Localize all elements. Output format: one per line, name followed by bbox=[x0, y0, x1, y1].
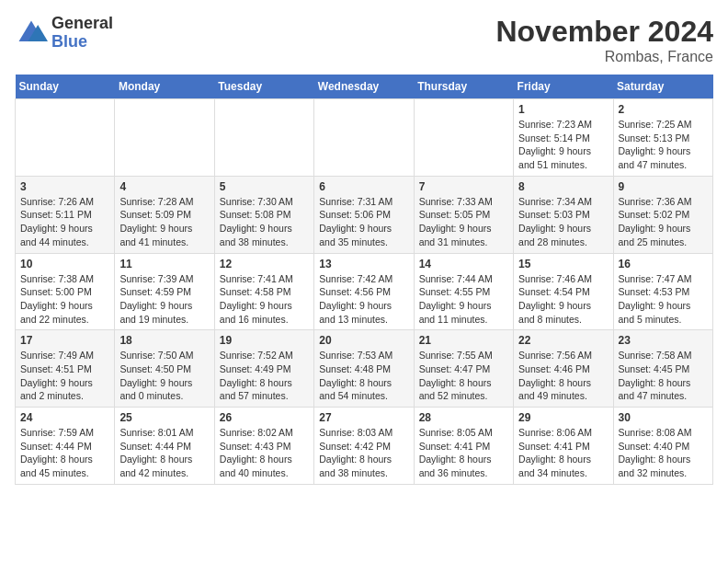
day-info: Sunrise: 7:55 AM Sunset: 4:47 PM Dayligh… bbox=[419, 349, 508, 403]
day-info: Sunrise: 8:05 AM Sunset: 4:41 PM Dayligh… bbox=[419, 426, 508, 480]
day-number: 6 bbox=[319, 180, 408, 193]
calendar-header-monday: Monday bbox=[115, 75, 214, 99]
day-number: 13 bbox=[319, 258, 408, 270]
page-title: November 2024 bbox=[495, 15, 713, 49]
calendar-cell: 25Sunrise: 8:01 AM Sunset: 4:44 PM Dayli… bbox=[115, 408, 214, 485]
calendar-cell: 17Sunrise: 7:49 AM Sunset: 4:51 PM Dayli… bbox=[16, 330, 115, 408]
calendar-cell: 20Sunrise: 7:53 AM Sunset: 4:48 PM Dayli… bbox=[314, 330, 414, 408]
day-number: 24 bbox=[20, 411, 109, 424]
day-number: 10 bbox=[20, 258, 109, 270]
calendar-header-friday: Friday bbox=[514, 75, 613, 99]
day-number: 14 bbox=[419, 258, 508, 270]
day-info: Sunrise: 7:46 AM Sunset: 4:54 PM Dayligh… bbox=[518, 272, 608, 327]
calendar-cell: 15Sunrise: 7:46 AM Sunset: 4:54 PM Dayli… bbox=[514, 253, 613, 330]
calendar-cell: 14Sunrise: 7:44 AM Sunset: 4:55 PM Dayli… bbox=[414, 253, 513, 330]
logo-blue: Blue bbox=[51, 33, 113, 52]
day-number: 20 bbox=[319, 334, 408, 347]
calendar-cell: 21Sunrise: 7:55 AM Sunset: 4:47 PM Dayli… bbox=[414, 330, 513, 408]
day-info: Sunrise: 7:41 AM Sunset: 4:58 PM Dayligh… bbox=[220, 272, 309, 327]
day-number: 26 bbox=[220, 411, 309, 424]
day-info: Sunrise: 7:33 AM Sunset: 5:05 PM Dayligh… bbox=[419, 195, 508, 249]
day-info: Sunrise: 7:34 AM Sunset: 5:03 PM Dayligh… bbox=[518, 195, 608, 249]
calendar-header-tuesday: Tuesday bbox=[214, 75, 313, 99]
day-number: 8 bbox=[518, 180, 608, 193]
day-number: 30 bbox=[619, 411, 708, 424]
day-number: 15 bbox=[518, 258, 608, 270]
day-info: Sunrise: 7:47 AM Sunset: 4:53 PM Dayligh… bbox=[619, 272, 708, 327]
calendar-cell: 30Sunrise: 8:08 AM Sunset: 4:40 PM Dayli… bbox=[613, 408, 712, 485]
day-number: 2 bbox=[619, 103, 708, 116]
day-info: Sunrise: 7:59 AM Sunset: 4:44 PM Dayligh… bbox=[20, 426, 109, 480]
day-info: Sunrise: 7:44 AM Sunset: 4:55 PM Dayligh… bbox=[419, 272, 508, 327]
day-info: Sunrise: 7:30 AM Sunset: 5:08 PM Dayligh… bbox=[220, 195, 309, 249]
calendar-header-row: SundayMondayTuesdayWednesdayThursdayFrid… bbox=[16, 75, 713, 99]
day-info: Sunrise: 7:50 AM Sunset: 4:50 PM Dayligh… bbox=[119, 349, 209, 403]
calendar-week-row: 24Sunrise: 7:59 AM Sunset: 4:44 PM Dayli… bbox=[16, 408, 713, 485]
calendar-cell: 11Sunrise: 7:39 AM Sunset: 4:59 PM Dayli… bbox=[115, 253, 214, 330]
day-number: 22 bbox=[518, 334, 608, 347]
title-block: November 2024 Rombas, France bbox=[495, 15, 713, 65]
calendar-cell: 1Sunrise: 7:23 AM Sunset: 5:14 PM Daylig… bbox=[514, 99, 613, 177]
day-number: 1 bbox=[518, 103, 608, 116]
calendar-week-row: 10Sunrise: 7:38 AM Sunset: 5:00 PM Dayli… bbox=[16, 253, 713, 330]
day-info: Sunrise: 7:38 AM Sunset: 5:00 PM Dayligh… bbox=[20, 272, 109, 327]
day-number: 4 bbox=[119, 180, 209, 193]
day-number: 23 bbox=[619, 334, 708, 347]
calendar-cell: 6Sunrise: 7:31 AM Sunset: 5:06 PM Daylig… bbox=[314, 176, 414, 253]
day-info: Sunrise: 7:56 AM Sunset: 4:46 PM Dayligh… bbox=[518, 349, 608, 403]
day-number: 11 bbox=[119, 258, 209, 270]
day-number: 17 bbox=[20, 334, 109, 347]
day-info: Sunrise: 7:28 AM Sunset: 5:09 PM Dayligh… bbox=[119, 195, 209, 249]
day-info: Sunrise: 7:23 AM Sunset: 5:14 PM Dayligh… bbox=[518, 118, 608, 172]
day-number: 29 bbox=[518, 411, 608, 424]
day-number: 27 bbox=[319, 411, 408, 424]
day-number: 28 bbox=[419, 411, 508, 424]
day-info: Sunrise: 7:42 AM Sunset: 4:56 PM Dayligh… bbox=[319, 272, 408, 327]
calendar-cell: 22Sunrise: 7:56 AM Sunset: 4:46 PM Dayli… bbox=[514, 330, 613, 408]
calendar-week-row: 3Sunrise: 7:26 AM Sunset: 5:11 PM Daylig… bbox=[16, 176, 713, 253]
calendar-week-row: 1Sunrise: 7:23 AM Sunset: 5:14 PM Daylig… bbox=[16, 99, 713, 177]
day-info: Sunrise: 7:25 AM Sunset: 5:13 PM Dayligh… bbox=[619, 118, 708, 172]
day-number: 7 bbox=[419, 180, 508, 193]
calendar-cell: 24Sunrise: 7:59 AM Sunset: 4:44 PM Dayli… bbox=[16, 408, 115, 485]
day-number: 9 bbox=[619, 180, 708, 193]
page-header: General Blue November 2024 Rombas, Franc… bbox=[15, 15, 713, 65]
calendar-cell: 26Sunrise: 8:02 AM Sunset: 4:43 PM Dayli… bbox=[214, 408, 313, 485]
calendar-cell: 3Sunrise: 7:26 AM Sunset: 5:11 PM Daylig… bbox=[16, 176, 115, 253]
calendar-cell: 8Sunrise: 7:34 AM Sunset: 5:03 PM Daylig… bbox=[514, 176, 613, 253]
day-number: 16 bbox=[619, 258, 708, 270]
day-info: Sunrise: 8:08 AM Sunset: 4:40 PM Dayligh… bbox=[619, 426, 708, 480]
day-info: Sunrise: 7:36 AM Sunset: 5:02 PM Dayligh… bbox=[619, 195, 708, 249]
calendar-cell: 16Sunrise: 7:47 AM Sunset: 4:53 PM Dayli… bbox=[613, 253, 712, 330]
calendar-header-saturday: Saturday bbox=[613, 75, 712, 99]
calendar-cell bbox=[414, 99, 513, 177]
page-subtitle: Rombas, France bbox=[495, 49, 713, 65]
day-info: Sunrise: 7:26 AM Sunset: 5:11 PM Dayligh… bbox=[20, 195, 109, 249]
calendar-cell: 23Sunrise: 7:58 AM Sunset: 4:45 PM Dayli… bbox=[613, 330, 712, 408]
calendar-cell: 9Sunrise: 7:36 AM Sunset: 5:02 PM Daylig… bbox=[613, 176, 712, 253]
day-number: 25 bbox=[119, 411, 209, 424]
calendar-cell bbox=[214, 99, 313, 177]
day-info: Sunrise: 7:31 AM Sunset: 5:06 PM Dayligh… bbox=[319, 195, 408, 249]
day-number: 5 bbox=[220, 180, 309, 193]
logo-icon bbox=[15, 17, 48, 50]
calendar-cell bbox=[115, 99, 214, 177]
day-info: Sunrise: 7:53 AM Sunset: 4:48 PM Dayligh… bbox=[319, 349, 408, 403]
calendar-cell: 7Sunrise: 7:33 AM Sunset: 5:05 PM Daylig… bbox=[414, 176, 513, 253]
day-number: 21 bbox=[419, 334, 508, 347]
calendar-cell: 2Sunrise: 7:25 AM Sunset: 5:13 PM Daylig… bbox=[613, 99, 712, 177]
calendar-cell: 12Sunrise: 7:41 AM Sunset: 4:58 PM Dayli… bbox=[214, 253, 313, 330]
day-number: 19 bbox=[220, 334, 309, 347]
logo: General Blue bbox=[15, 15, 113, 52]
calendar-cell bbox=[16, 99, 115, 177]
calendar-cell bbox=[314, 99, 414, 177]
day-number: 3 bbox=[20, 180, 109, 193]
day-number: 12 bbox=[220, 258, 309, 270]
logo-general: General bbox=[51, 15, 113, 33]
day-info: Sunrise: 7:52 AM Sunset: 4:49 PM Dayligh… bbox=[220, 349, 309, 403]
calendar-cell: 10Sunrise: 7:38 AM Sunset: 5:00 PM Dayli… bbox=[16, 253, 115, 330]
day-number: 18 bbox=[119, 334, 209, 347]
calendar-header-sunday: Sunday bbox=[16, 75, 115, 99]
calendar-cell: 27Sunrise: 8:03 AM Sunset: 4:42 PM Dayli… bbox=[314, 408, 414, 485]
day-info: Sunrise: 7:39 AM Sunset: 4:59 PM Dayligh… bbox=[119, 272, 209, 327]
